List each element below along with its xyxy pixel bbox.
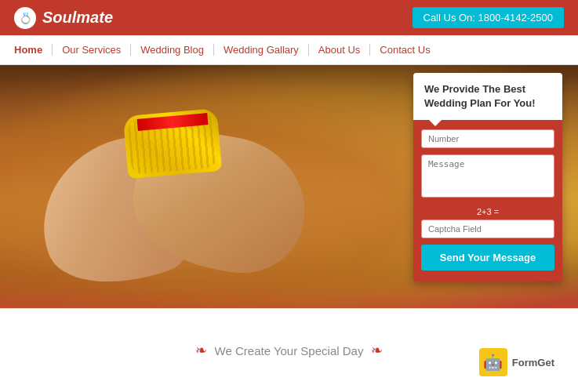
logo-text: Soulmate: [42, 9, 113, 27]
message-field-wrapper: [421, 154, 554, 201]
nav-item-services[interactable]: Our Services: [53, 44, 131, 56]
message-input[interactable]: [421, 154, 554, 198]
formget-badge: 🤖 FormGet: [479, 348, 554, 376]
nav-item-contact[interactable]: Contact Us: [370, 44, 439, 56]
flower-right-icon: ❧: [371, 342, 383, 359]
footer: ❧ We Create Your Special Day ❧ 🤖 FormGet: [0, 308, 578, 392]
logo-icon: 💍: [14, 7, 36, 29]
flower-left-icon: ❧: [195, 342, 207, 359]
nav-item-home[interactable]: Home: [14, 44, 53, 56]
captcha-input[interactable]: [421, 220, 554, 238]
send-message-button[interactable]: Send Your Message: [421, 245, 554, 270]
captcha-field-wrapper: [421, 220, 554, 238]
number-input[interactable]: [421, 129, 554, 148]
nav-item-gallery[interactable]: Wedding Gallary: [214, 44, 309, 56]
form-card-title: We Provide The Best Wedding Plan For You…: [424, 82, 551, 111]
form-card-header: We Provide The Best Wedding Plan For You…: [413, 73, 562, 120]
nav-item-blog[interactable]: Wedding Blog: [131, 44, 214, 56]
hero-section: We Provide The Best Wedding Plan For You…: [0, 65, 578, 308]
call-button[interactable]: Call Us On: 1800-4142-2500: [413, 7, 565, 28]
nav-item-about[interactable]: About Us: [309, 44, 370, 56]
header: 💍 Soulmate Call Us On: 1800-4142-2500: [0, 0, 578, 35]
formget-label: FormGet: [512, 357, 554, 368]
contact-form-card: We Provide The Best Wedding Plan For You…: [413, 73, 562, 281]
logo-area: 💍 Soulmate: [14, 7, 113, 29]
navigation: Home Our Services Wedding Blog Wedding G…: [0, 35, 578, 65]
number-field-wrapper: [421, 129, 554, 148]
formget-robot-icon: 🤖: [479, 348, 507, 376]
captcha-label: 2+3 =: [413, 207, 562, 216]
footer-tagline-text: We Create Your Special Day: [215, 344, 364, 358]
hero-image: [16, 89, 345, 285]
